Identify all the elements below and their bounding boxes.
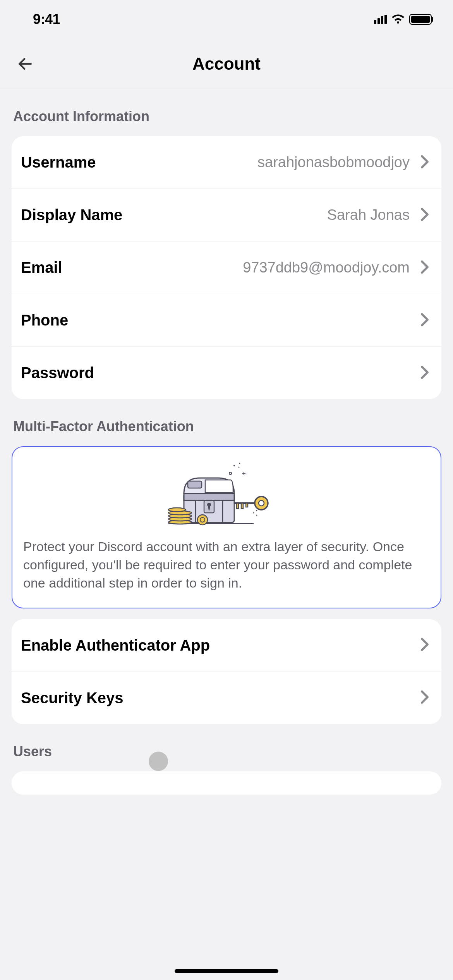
svg-rect-11 — [188, 481, 202, 488]
mfa-options-card: Enable Authenticator App Security Keys — [12, 619, 441, 724]
section-header-users: Users — [12, 724, 441, 771]
treasure-chest-illustration — [23, 459, 430, 528]
page-title: Account — [192, 54, 261, 74]
status-time: 9:41 — [33, 11, 60, 27]
section-header-account-info: Account Information — [12, 89, 441, 136]
svg-point-2 — [239, 463, 240, 464]
display-name-row[interactable]: Display Name Sarah Jonas — [12, 188, 441, 241]
chevron-right-icon — [420, 637, 429, 653]
status-bar: 9:41 — [0, 0, 453, 39]
email-row[interactable]: Email 9737ddb9@moodjoy.com — [12, 241, 441, 294]
account-info-card: Username sarahjonasbobmoodjoy Display Na… — [12, 136, 441, 399]
phone-label: Phone — [21, 312, 68, 329]
navigation-header: Account — [0, 39, 453, 89]
password-label: Password — [21, 364, 94, 382]
svg-point-4 — [229, 472, 232, 475]
section-header-mfa: Multi-Factor Authentication — [12, 399, 441, 446]
svg-rect-28 — [246, 503, 248, 507]
home-indicator[interactable] — [175, 969, 278, 973]
username-label: Username — [21, 154, 96, 171]
svg-point-25 — [259, 500, 264, 506]
chevron-right-icon — [420, 690, 429, 706]
svg-point-5 — [253, 512, 254, 514]
phone-row[interactable]: Phone — [12, 294, 441, 346]
password-row[interactable]: Password — [12, 346, 441, 399]
chevron-right-icon — [420, 155, 429, 170]
email-label: Email — [21, 259, 62, 276]
svg-rect-27 — [241, 503, 243, 509]
svg-rect-26 — [237, 503, 239, 509]
mfa-info-card: Protect your Discord account with an ext… — [12, 446, 441, 608]
email-value: 9737ddb9@moodjoy.com — [243, 259, 410, 276]
status-indicators — [374, 14, 432, 25]
chevron-right-icon — [420, 207, 429, 223]
users-card — [12, 771, 441, 795]
svg-point-7 — [256, 515, 257, 516]
authenticator-label: Enable Authenticator App — [21, 637, 210, 654]
display-name-value: Sarah Jonas — [327, 207, 410, 223]
cellular-signal-icon — [374, 15, 387, 24]
svg-point-20 — [168, 508, 185, 512]
enable-authenticator-row[interactable]: Enable Authenticator App — [12, 619, 441, 672]
svg-point-6 — [256, 510, 257, 511]
mfa-description: Protect your Discord account with an ext… — [23, 538, 430, 592]
chevron-right-icon — [420, 260, 429, 276]
security-keys-label: Security Keys — [21, 689, 124, 707]
back-button[interactable] — [14, 52, 37, 75]
wifi-icon — [391, 14, 405, 25]
security-keys-row[interactable]: Security Keys — [12, 672, 441, 724]
username-value: sarahjonasbobmoodjoy — [257, 154, 410, 171]
svg-point-1 — [233, 465, 235, 466]
display-name-label: Display Name — [21, 206, 122, 224]
username-row[interactable]: Username sarahjonasbobmoodjoy — [12, 136, 441, 188]
svg-point-3 — [239, 467, 240, 468]
chevron-right-icon — [420, 365, 429, 381]
svg-rect-10 — [184, 493, 234, 500]
svg-point-21 — [197, 515, 208, 525]
battery-icon — [409, 14, 432, 25]
chevron-right-icon — [420, 313, 429, 328]
